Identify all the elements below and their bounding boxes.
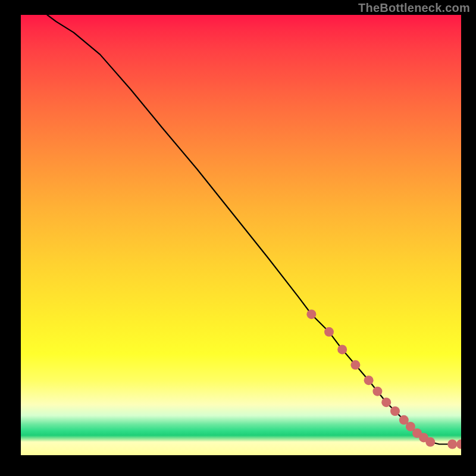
curve-marker-icon bbox=[390, 406, 400, 416]
curve-marker-icon bbox=[324, 327, 334, 337]
curve-marker-group bbox=[306, 309, 461, 449]
curve-marker-icon bbox=[337, 345, 347, 354]
chart-stage: TheBottleneck.com bbox=[0, 0, 476, 476]
curve-marker-icon bbox=[381, 397, 391, 407]
curve-svg bbox=[21, 15, 461, 455]
plot-area bbox=[21, 15, 461, 455]
curve-marker-icon bbox=[447, 440, 457, 449]
curve-marker-icon bbox=[425, 437, 435, 447]
curve-marker-icon bbox=[350, 360, 360, 369]
curve-marker-icon bbox=[372, 387, 382, 396]
main-curve-line bbox=[47, 15, 461, 444]
curve-marker-icon bbox=[456, 440, 461, 449]
curve-marker-icon bbox=[306, 309, 316, 319]
watermark-text: TheBottleneck.com bbox=[358, 1, 470, 15]
curve-marker-icon bbox=[364, 375, 374, 385]
